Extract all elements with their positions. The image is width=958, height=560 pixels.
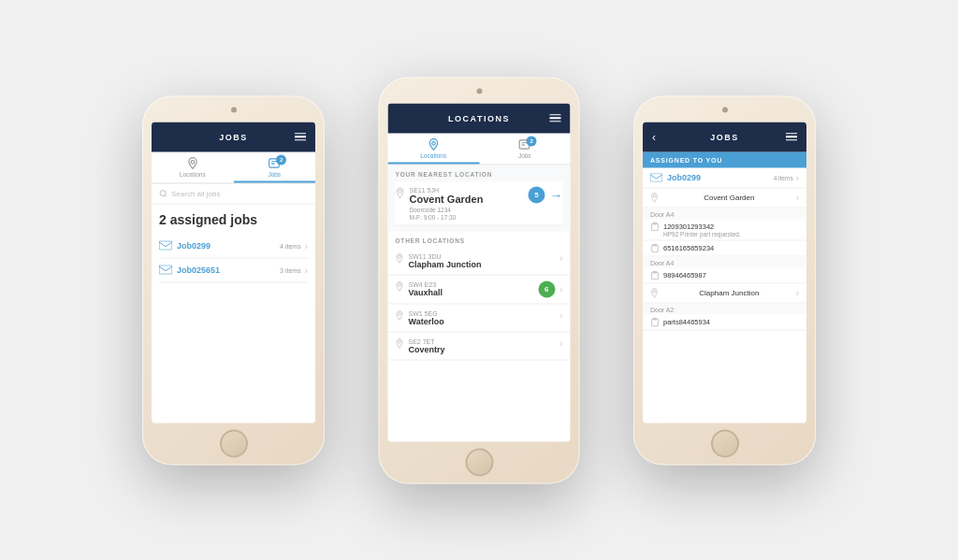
left-menu-icon[interactable] xyxy=(295,133,306,141)
covent-pin-right xyxy=(650,192,659,203)
waterloo-details: SW1 5EG Waterloo xyxy=(409,309,560,325)
left-home-button[interactable] xyxy=(220,429,248,457)
clapham-details: SW11 3DU Clapham Junction xyxy=(409,252,560,268)
svg-point-14 xyxy=(399,283,401,286)
location-waterloo[interactable]: SW1 5EG Waterloo › xyxy=(388,304,571,332)
center-header: LOCATIONS xyxy=(388,103,571,133)
clapham-pin xyxy=(396,252,404,264)
right-home-button[interactable] xyxy=(711,429,739,457)
nearest-location-pin xyxy=(396,186,405,199)
search-placeholder: Search all jobs xyxy=(171,189,220,197)
task-parts-number: parts84465934 xyxy=(663,317,710,325)
waterloo-pin xyxy=(396,309,404,321)
nearest-postcode: SE11 5JH xyxy=(410,186,529,193)
clapham-postcode: SW11 3DU xyxy=(409,252,560,259)
task-parts: parts84465934 xyxy=(643,314,806,330)
door-b3-label: Door A4 xyxy=(643,256,806,267)
detail-location-covent[interactable]: Covent Garden › xyxy=(643,188,806,208)
assigned-header: ASSIGNED TO YOU xyxy=(643,151,806,167)
left-header: JOBS xyxy=(152,122,315,151)
detail-job-name: Job0299 xyxy=(667,173,774,182)
right-header: ‹ JOBS xyxy=(643,122,806,151)
other-label: OTHER LOCATIONS xyxy=(388,231,571,247)
nearest-label: YOUR NEAREST LOCATION xyxy=(396,170,563,177)
nearest-location-right: 5 → xyxy=(529,186,563,203)
job-0299-arrow: › xyxy=(305,240,308,251)
nearest-location-item[interactable]: SE11 5JH Covent Garden Doorcode 1234 M-F… xyxy=(396,181,563,225)
coventry-details: SE2 7ET Coventry xyxy=(409,337,560,353)
back-icon[interactable]: ‹ xyxy=(652,130,656,143)
vauxhall-details: SW4 E23 Vauxhall xyxy=(409,280,539,296)
right-header-title: JOBS xyxy=(710,132,739,141)
location-vauxhall[interactable]: SW4 E23 Vauxhall 6 › xyxy=(388,275,571,304)
coventry-postcode: SE2 7ET xyxy=(409,337,560,344)
job-envelope-icon-2 xyxy=(159,266,172,275)
svg-point-15 xyxy=(399,312,401,315)
nearest-section: YOUR NEAREST LOCATION SE11 5JH Covent Ga… xyxy=(388,165,571,231)
task-6516-number: 6516165659234 xyxy=(663,243,714,251)
covent-right-arrow: › xyxy=(796,193,799,203)
location-coventry[interactable]: SE2 7ET Coventry › xyxy=(388,332,571,360)
door-a2-label: Door A2 xyxy=(643,303,806,314)
vauxhall-arrow: › xyxy=(559,284,562,294)
nearest-count-bubble: 5 xyxy=(529,186,545,203)
job-item-0299[interactable]: Job0299 4 items › xyxy=(159,234,308,258)
center-home-button[interactable] xyxy=(465,448,493,476)
task-clipboard-icon-2 xyxy=(650,243,660,252)
right-menu-icon[interactable] xyxy=(786,133,797,141)
svg-rect-7 xyxy=(159,266,172,274)
other-locations-section: OTHER LOCATIONS SW11 3DU Clapham Junctio… xyxy=(388,231,571,441)
task-clipboard-icon-4 xyxy=(650,317,660,326)
phone-right-screen: ‹ JOBS ASSIGNED TO YOU Job0299 4 items › xyxy=(643,122,806,423)
left-tab-locations-label: Locations xyxy=(180,170,206,177)
center-tab-jobs-label: Jobs xyxy=(518,151,531,158)
door-a4-label: Door A4 xyxy=(643,208,806,219)
nearest-name: Covent Garden xyxy=(410,193,529,205)
task-6516: 6516165659234 xyxy=(643,240,806,256)
svg-point-0 xyxy=(191,160,195,164)
left-content: 2 assigned jobs Job0299 4 items › xyxy=(152,204,315,423)
phone-right: ‹ JOBS ASSIGNED TO YOU Job0299 4 items › xyxy=(633,95,816,465)
vauxhall-count: 6 xyxy=(538,280,555,297)
svg-rect-6 xyxy=(159,241,172,250)
assigned-count: 2 assigned jobs xyxy=(159,211,308,226)
phone-left-screen: JOBS Locations xyxy=(152,122,315,423)
center-header-title: LOCATIONS xyxy=(448,113,510,122)
phones-container: JOBS Locations xyxy=(114,19,844,542)
nearest-arrow: → xyxy=(550,187,563,202)
search-icon xyxy=(159,189,167,197)
center-tabs: Locations 2 Jobs xyxy=(388,133,571,165)
job-envelope-icon xyxy=(159,241,172,251)
left-tab-locations[interactable]: Locations xyxy=(152,151,234,182)
detail-job-items: 4 items xyxy=(774,174,793,180)
center-tab-jobs[interactable]: 2 Jobs xyxy=(479,133,571,164)
task-clipboard-icon-3 xyxy=(650,270,660,280)
svg-line-5 xyxy=(165,194,167,196)
clapham-name-right: Clapham Junction xyxy=(699,289,759,297)
center-tab-locations[interactable]: Locations xyxy=(388,133,480,164)
svg-point-16 xyxy=(399,340,401,343)
job-0299-items: 4 items xyxy=(280,242,301,249)
left-tab-jobs[interactable]: 2 Jobs xyxy=(234,151,316,182)
job-item-025651[interactable]: Job025651 3 items › xyxy=(159,258,308,282)
center-menu-icon[interactable] xyxy=(550,114,561,122)
task-1209: 1209301293342 HP92 Printer part requeste… xyxy=(643,219,806,240)
center-tab-locations-label: Locations xyxy=(420,151,446,158)
svg-point-8 xyxy=(431,141,435,145)
left-search-bar: Search all jobs xyxy=(152,183,315,204)
svg-point-4 xyxy=(160,190,166,195)
task-98946-number: 98946465987 xyxy=(663,270,706,279)
detail-location-clapham-right[interactable]: Clapham Junction › xyxy=(643,283,806,303)
location-clapham[interactable]: SW11 3DU Clapham Junction › xyxy=(388,247,571,275)
left-tabs: Locations 2 Jobs xyxy=(152,151,315,183)
svg-point-12 xyxy=(399,189,401,192)
right-job-envelope xyxy=(650,173,662,181)
nearest-hours: M-F: 9:00 - 17:30 xyxy=(410,213,529,220)
center-tab-jobs-badge: 2 xyxy=(527,136,537,146)
svg-rect-17 xyxy=(650,173,662,181)
job-025651-name: Job025651 xyxy=(177,266,280,275)
phone-left: JOBS Locations xyxy=(142,95,325,465)
clapham-name: Clapham Junction xyxy=(409,259,560,268)
coventry-pin xyxy=(396,337,404,349)
job-0299-name: Job0299 xyxy=(177,241,280,251)
